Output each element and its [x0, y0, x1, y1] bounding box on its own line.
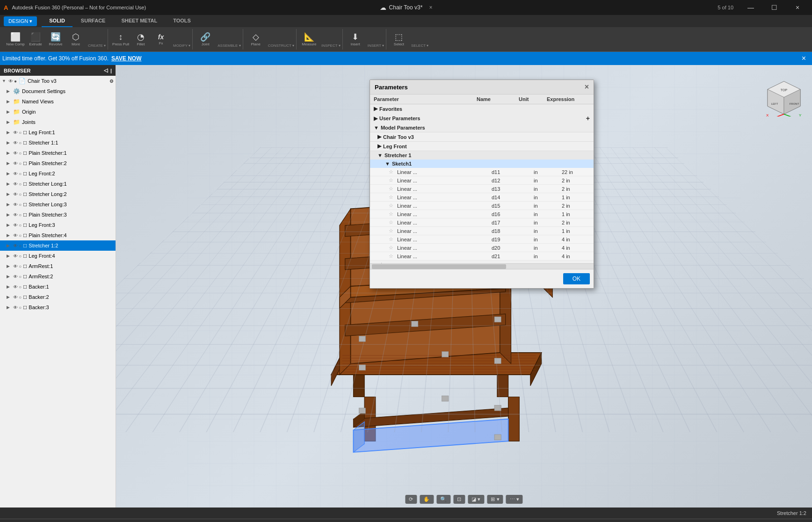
params-section-favorites[interactable]: ▶ Favorites [370, 104, 594, 113]
params-row-d18[interactable]: ☆ Linear ... d18 in 1 in [370, 227, 594, 235]
tree-item-leg-front-3[interactable]: ▶ 👁○ □ Leg Front:3 [0, 220, 116, 230]
params-hscroll-thumb[interactable] [372, 264, 506, 269]
promo-link[interactable]: SAVE NOW [111, 55, 141, 62]
params-row-d20[interactable]: ☆ Linear ... d20 in 4 in [370, 244, 594, 252]
tree-item-stretcher-1-1[interactable]: ▶ 👁○ □ Stretcher 1:1 [0, 138, 116, 148]
insert-item[interactable]: ⬇ Insert [346, 29, 365, 49]
leg-front-4-toggle[interactable]: ▶ [7, 254, 13, 258]
tree-item-leg-front-4[interactable]: ▶ 👁○ □ Leg Front:4 [0, 251, 116, 261]
params-row-d19[interactable]: ☆ Linear ... d19 in 4 in [370, 235, 594, 244]
d18-star[interactable]: ☆ [389, 228, 393, 234]
zoom-extents-tool[interactable]: ⊡ [453, 495, 465, 504]
params-row-d16[interactable]: ☆ Linear ... d16 in 1 in [370, 210, 594, 218]
d13-star[interactable]: ☆ [389, 186, 393, 192]
origin-toggle[interactable]: ▶ [7, 109, 13, 114]
tab-surface[interactable]: SURFACE [73, 15, 113, 27]
armrest-2-toggle[interactable]: ▶ [7, 274, 13, 279]
tree-item-stretcher-1-2[interactable]: ▶ 👁○ □ Stretcher 1:2 [0, 240, 116, 251]
tree-item-origin[interactable]: ▶ 📁 Origin [0, 107, 116, 117]
add-user-param-btn[interactable]: + [586, 115, 590, 122]
armrest-1-toggle[interactable]: ▶ [7, 264, 13, 268]
zoom-tool[interactable]: 🔍 [436, 495, 450, 504]
plain-stretcher-2-toggle[interactable]: ▶ [7, 161, 13, 166]
create-more[interactable]: ⬡ More [66, 29, 86, 49]
close-button[interactable]: × [787, 0, 808, 15]
tree-item-doc-settings[interactable]: ▶ ⚙️ Document Settings [0, 86, 116, 96]
stretcher-1-2-toggle[interactable]: ▶ [7, 243, 13, 248]
tree-item-backer-1[interactable]: ▶ 👁○ □ Backer:1 [0, 282, 116, 292]
close-doc-btn[interactable]: × [429, 4, 432, 11]
d20-star[interactable]: ☆ [389, 245, 393, 251]
create-new-component[interactable]: ⬜ New Comp [6, 29, 25, 49]
select-item[interactable]: ⬚ Select [389, 29, 409, 49]
params-ok-button[interactable]: OK [563, 273, 590, 284]
plain-stretcher-4-toggle[interactable]: ▶ [7, 233, 13, 238]
tree-item-stretcher-long-3[interactable]: ▶ 👁○ □ Stretcher Long:3 [0, 199, 116, 210]
tree-item-armrest-2[interactable]: ▶ 👁○ □ ArmRest:2 [0, 271, 116, 282]
tree-item-leg-front-2[interactable]: ▶ 👁○ □ Leg Front:2 [0, 168, 116, 179]
promo-close-btn[interactable]: × [802, 54, 806, 63]
orbit-tool[interactable]: ⟳ [405, 495, 417, 504]
tree-item-plain-stretcher-2[interactable]: ▶ 👁○ □ Plain Stretcher:2 [0, 158, 116, 168]
d15-star[interactable]: ☆ [389, 203, 393, 209]
params-row-d21[interactable]: ☆ Linear ... d21 in 4 in [370, 252, 594, 261]
tree-item-backer-3[interactable]: ▶ 👁○ □ Backer:3 [0, 302, 116, 312]
leg-front-1-toggle[interactable]: ▶ [7, 130, 13, 135]
assemble-joint[interactable]: 🔗 Joint [196, 29, 215, 49]
joints-toggle[interactable]: ▶ [7, 120, 13, 124]
d21-star[interactable]: ☆ [389, 253, 393, 259]
create-extrude[interactable]: ⬛ Extrude [26, 29, 45, 49]
view-tools[interactable]: ⊞ ▾ [487, 495, 503, 504]
construct-plane[interactable]: ◇ Plane [246, 29, 266, 49]
backer-2-toggle[interactable]: ▶ [7, 295, 13, 299]
params-row-d14[interactable]: ☆ Linear ... d14 in 1 in [370, 193, 594, 202]
tree-item-joints[interactable]: ▶ 📁 Joints [0, 117, 116, 127]
maximize-button[interactable]: ☐ [763, 0, 785, 15]
root-toggle[interactable]: ▼ [2, 79, 8, 83]
params-row-d17[interactable]: ☆ Linear ... d17 in 2 in [370, 218, 594, 227]
leg-front-2-toggle[interactable]: ▶ [7, 171, 13, 176]
tree-item-stretcher-long-1[interactable]: ▶ 👁○ □ Stretcher Long:1 [0, 179, 116, 189]
params-subsection-stretcher-1[interactable]: ▼ Stretcher 1 [370, 151, 594, 160]
modify-press-pull[interactable]: ↕ Press Pull [111, 29, 130, 49]
plain-stretcher-3-toggle[interactable]: ▶ [7, 212, 13, 217]
doc-settings-toggle[interactable]: ▶ [7, 89, 13, 94]
params-row-d13[interactable]: ☆ Linear ... d13 in 2 in [370, 185, 594, 193]
modify-fillet[interactable]: ◔ Fillet [131, 29, 151, 49]
display-mode-tool[interactable]: ◪ ▾ [468, 495, 484, 504]
params-row-d15[interactable]: ☆ Linear ... d15 in 2 in [370, 202, 594, 210]
sidebar-collapse-icon[interactable]: ◁ [104, 67, 108, 73]
params-close-btn[interactable]: × [585, 83, 589, 91]
d14-star[interactable]: ☆ [389, 194, 393, 200]
create-revolve[interactable]: 🔄 Revolve [46, 29, 65, 49]
tree-item-plain-stretcher-4[interactable]: ▶ 👁○ □ Plain Stretcher:4 [0, 230, 116, 240]
named-views-toggle[interactable]: ▶ [7, 99, 13, 104]
stretcher-1-1-toggle[interactable]: ▶ [7, 140, 13, 145]
tab-sheet-metal[interactable]: SHEET METAL [114, 15, 165, 27]
design-dropdown[interactable]: DESIGN ▾ [4, 16, 37, 26]
params-subsection-leg-front[interactable]: ▶ Leg Front [370, 141, 594, 151]
backer-1-toggle[interactable]: ▶ [7, 284, 13, 289]
tree-item-named-views[interactable]: ▶ 📁 Named Views [0, 96, 116, 107]
nav-cube[interactable]: TOP LEFT FRONT X Y [765, 79, 803, 116]
backer-3-toggle[interactable]: ▶ [7, 305, 13, 310]
leg-front-3-toggle[interactable]: ▶ [7, 223, 13, 227]
inspect-measure[interactable]: 📐 Measure [299, 29, 319, 49]
minimize-button[interactable]: — [740, 0, 761, 15]
tree-item-root[interactable]: ▼ 👁● 📄 Chair Too v3 ⚙ [0, 76, 116, 86]
params-row-d11[interactable]: ☆ Linear ... d11 in 22 in [370, 168, 594, 176]
d17-star[interactable]: ☆ [389, 219, 393, 225]
stretcher-long-1-toggle[interactable]: ▶ [7, 181, 13, 186]
modify-fx[interactable]: fx Fx [151, 29, 171, 49]
pan-tool[interactable]: ✋ [420, 495, 434, 504]
d19-star[interactable]: ☆ [389, 236, 393, 242]
d12-star[interactable]: ☆ [389, 177, 393, 183]
tree-item-leg-front-1[interactable]: ▶ 👁○ □ Leg Front:1 [0, 127, 116, 138]
tree-item-plain-stretcher-3[interactable]: ▶ 👁○ □ Plain Stretcher:3 [0, 210, 116, 220]
tab-solid[interactable]: SOLID [42, 15, 72, 27]
tree-item-stretcher-long-2[interactable]: ▶ 👁○ □ Stretcher Long:2 [0, 189, 116, 199]
stretcher-long-3-toggle[interactable]: ▶ [7, 202, 13, 207]
sidebar-pin-icon[interactable]: | [110, 68, 112, 73]
d16-star[interactable]: ☆ [389, 211, 393, 217]
tree-item-backer-2[interactable]: ▶ 👁○ □ Backer:2 [0, 292, 116, 302]
